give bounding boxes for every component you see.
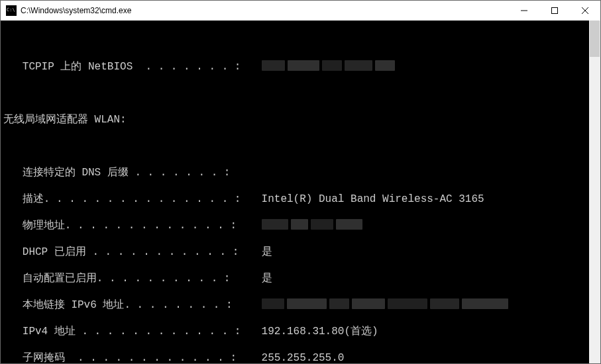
value-ipv6-ll — [255, 298, 511, 312]
label-description: 描述. . . . . . . . . . . . . . . : — [3, 193, 255, 206]
close-button[interactable] — [570, 1, 600, 21]
window-title: C:\Windows\system32\cmd.exe — [21, 6, 509, 15]
label-ipv4: IPv4 地址 . . . . . . . . . . . . : — [3, 325, 255, 338]
scrollbar-thumb[interactable] — [590, 21, 600, 57]
minimize-button[interactable] — [509, 1, 539, 21]
terminal-output[interactable]: TCPIP 上的 NetBIOS . . . . . . . : 无线局域网适配… — [1, 21, 589, 363]
label-netbios-top: TCPIP 上的 NetBIOS . . . . . . . : — [3, 60, 255, 73]
value-dhcp-enabled: 是 — [255, 246, 272, 259]
window-controls — [509, 1, 600, 21]
value-phys-addr — [255, 219, 365, 232]
label-ipv6-ll: 本地链接 IPv6 地址. . . . . . . . : — [3, 298, 255, 312]
cmd-window: C:\Windows\system32\cmd.exe TCPIP 上的 Net… — [0, 0, 601, 364]
vertical-scrollbar[interactable] — [589, 21, 600, 363]
value-auto-config: 是 — [255, 272, 272, 285]
label-dhcp-enabled: DHCP 已启用 . . . . . . . . . . . : — [3, 246, 255, 259]
label-dns-suffix: 连接特定的 DNS 后缀 . . . . . . . : — [3, 166, 255, 179]
value-netbios-top — [255, 60, 398, 73]
label-auto-config: 自动配置已启用. . . . . . . . . . : — [3, 272, 255, 285]
value-ipv4: 192.168.31.80(首选) — [255, 325, 378, 338]
cmd-icon — [6, 5, 17, 16]
value-subnet: 255.255.255.0 — [255, 351, 344, 363]
label-subnet: 子网掩码 . . . . . . . . . . . . : — [3, 351, 255, 363]
maximize-button[interactable] — [539, 1, 570, 21]
value-description: Intel(R) Dual Band Wireless-AC 3165 — [255, 193, 484, 206]
svg-rect-1 — [552, 8, 558, 14]
label-phys-addr: 物理地址. . . . . . . . . . . . . : — [3, 219, 255, 232]
titlebar[interactable]: C:\Windows\system32\cmd.exe — [1, 1, 600, 21]
section-header-wlan: 无线局域网适配器 WLAN: — [3, 113, 127, 126]
client-area: TCPIP 上的 NetBIOS . . . . . . . : 无线局域网适配… — [1, 21, 600, 363]
